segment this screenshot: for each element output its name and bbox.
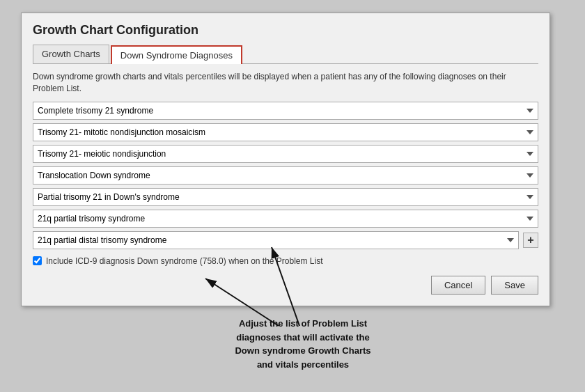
diagnosis-row-0: Complete trisomy 21 syndrome [33, 102, 538, 120]
diagnosis-row-4: Partial trisomy 21 in Down's syndrome [33, 188, 538, 206]
tab-growth-charts[interactable]: Growth Charts [33, 45, 109, 63]
dialog-title: Growth Chart Configuration [33, 23, 538, 38]
description-text: Down syndrome growth charts and vitals p… [33, 71, 538, 95]
diagnosis-row-2: Trisomy 21- meiotic nondisjunction [33, 145, 538, 163]
cancel-button[interactable]: Cancel [431, 276, 485, 295]
diagnosis-select-0[interactable]: Complete trisomy 21 syndrome [33, 102, 538, 120]
diagnosis-select-3[interactable]: Translocation Down syndrome [33, 166, 538, 185]
diagnosis-select-2[interactable]: Trisomy 21- meiotic nondisjunction [33, 145, 538, 163]
tab-down-syndrome[interactable]: Down Syndrome Diagnoses [111, 45, 242, 64]
icd9-checkbox[interactable] [33, 256, 42, 265]
diagnosis-row-6: 21q partial distal trisomy syndrome + [33, 231, 538, 249]
diagnosis-select-1[interactable]: Trisomy 21- mitotic nondisjunction mosai… [33, 123, 538, 141]
growth-chart-dialog: Growth Chart Configuration Growth Charts… [21, 13, 550, 306]
diagnosis-select-6[interactable]: 21q partial distal trisomy syndrome [33, 231, 519, 249]
annotation-text: Adjust the list of Problem List diagnose… [230, 317, 376, 371]
diagnosis-row-1: Trisomy 21- mitotic nondisjunction mosai… [33, 123, 538, 141]
save-button[interactable]: Save [491, 276, 538, 295]
diagnoses-list: Complete trisomy 21 syndrome Trisomy 21-… [33, 102, 538, 249]
icd9-checkbox-label: Include ICD-9 diagnosis Down syndrome (7… [46, 256, 323, 266]
diagnosis-row-3: Translocation Down syndrome [33, 166, 538, 185]
footer-buttons: Cancel Save [33, 276, 538, 295]
diagnosis-select-5[interactable]: 21q partial trisomy syndrome [33, 210, 538, 228]
tab-bar: Growth Charts Down Syndrome Diagnoses [33, 45, 538, 64]
icd9-checkbox-row: Include ICD-9 diagnosis Down syndrome (7… [33, 256, 538, 266]
diagnosis-select-4[interactable]: Partial trisomy 21 in Down's syndrome [33, 188, 538, 206]
diagnosis-row-5: 21q partial trisomy syndrome [33, 210, 538, 228]
add-diagnosis-button[interactable]: + [523, 233, 538, 248]
